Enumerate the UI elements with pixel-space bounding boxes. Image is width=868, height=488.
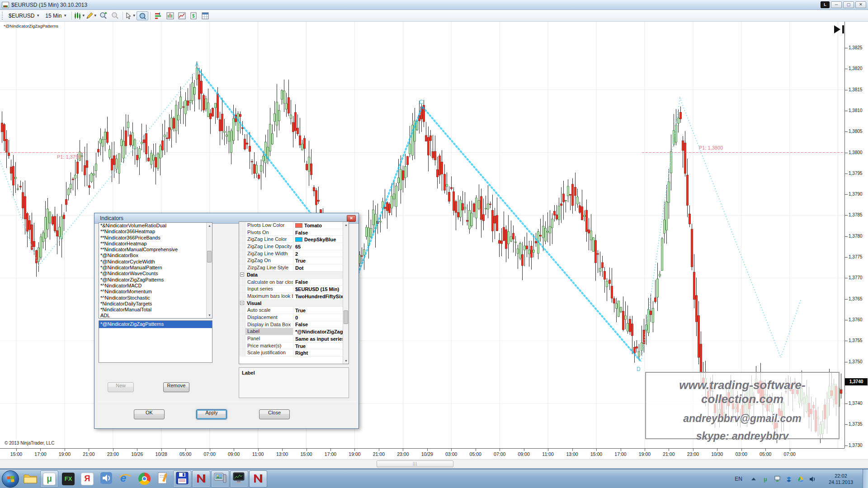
- taskbar-internet-explorer-button[interactable]: e: [116, 470, 134, 488]
- taskbar-utorrent-button[interactable]: µ: [40, 470, 58, 488]
- new-button[interactable]: New: [108, 382, 134, 392]
- scroll-down-icon[interactable]: ▼: [343, 358, 349, 364]
- property-row[interactable]: Label*@NindicatorZigZagPatterns: [239, 328, 349, 335]
- taskbar-image-viewer-button[interactable]: [211, 470, 229, 488]
- property-row[interactable]: ZigZag Line Width2: [239, 250, 349, 258]
- indicator-list-item[interactable]: *@NindicatorManualPattern: [99, 265, 212, 271]
- property-value[interactable]: 65: [293, 243, 349, 250]
- property-value[interactable]: *@NindicatorZigZagPatterns: [293, 328, 349, 335]
- taskbar-explorer-button[interactable]: [21, 470, 39, 488]
- scrollbar-thumb[interactable]: [207, 251, 212, 263]
- network-icon[interactable]: [774, 475, 781, 483]
- property-row[interactable]: Scale justificationRight: [239, 349, 349, 357]
- applied-indicator-item[interactable]: *@NindicatorZigZagPatterns: [99, 321, 212, 328]
- gdrive-icon[interactable]: [797, 475, 804, 483]
- taskbar-remote-monitor-button[interactable]: [230, 470, 248, 488]
- property-row[interactable]: Pivots Low ColorTomato: [239, 222, 349, 229]
- indicator-list-item[interactable]: *^NindicatorMACD: [99, 283, 212, 289]
- zoom-in-button[interactable]: [97, 11, 109, 20]
- scroll-up-icon[interactable]: ▲: [207, 223, 212, 229]
- property-value[interactable]: Dot: [293, 264, 349, 271]
- market-analyzer-button[interactable]: [152, 11, 164, 20]
- indicator-list-item[interactable]: **Nindicator366PriceBands: [99, 235, 212, 241]
- chart-horizontal-scrollbar[interactable]: [0, 459, 868, 468]
- go-to-last-bar-icon[interactable]: [833, 24, 849, 34]
- property-row[interactable]: Auto scaleTrue: [239, 307, 349, 314]
- property-value[interactable]: Same as input series: [293, 335, 349, 342]
- maximize-button[interactable]: ▢: [843, 1, 854, 8]
- close-window-button[interactable]: ✕: [855, 1, 866, 8]
- properties-scrollbar[interactable]: ▲ ▼: [343, 222, 349, 364]
- indicator-list-item[interactable]: **NindicatorHeatmap: [99, 241, 212, 247]
- property-row[interactable]: Pivots OnFalse: [239, 229, 349, 236]
- taskbar-ninjatrader-button[interactable]: [192, 470, 210, 488]
- collapse-icon[interactable]: −: [240, 301, 244, 305]
- property-grid[interactable]: Pivots Low ColorTomatoPivots OnFalseZigZ…: [239, 221, 349, 364]
- databox-button[interactable]: [137, 11, 148, 20]
- property-row[interactable]: Price marker(s)True: [239, 343, 349, 350]
- property-row[interactable]: Displacement0: [239, 314, 349, 321]
- property-value[interactable]: Right: [293, 349, 349, 356]
- scrollbar-thumb[interactable]: [344, 310, 348, 324]
- property-value[interactable]: Tomato: [293, 222, 349, 229]
- taskbar-ninjatrader-active-button[interactable]: [249, 470, 267, 488]
- property-row[interactable]: Display in Data BoxFalse: [239, 321, 349, 328]
- scroll-down-icon[interactable]: ▼: [207, 312, 212, 318]
- property-value[interactable]: 0: [293, 314, 349, 321]
- hidden-icons-arrow-icon[interactable]: [750, 475, 757, 483]
- language-indicator[interactable]: EN: [735, 476, 742, 482]
- utorrent-icon[interactable]: µ: [762, 475, 769, 483]
- indicator-list-item[interactable]: *&NindicatorVolumeRatioDual: [99, 223, 212, 229]
- interval-dropdown[interactable]: 15 Min ▼: [42, 12, 70, 20]
- taskbar-yandex-button[interactable]: Я: [78, 470, 96, 488]
- chart-window-button[interactable]: [164, 11, 176, 20]
- property-value[interactable]: False: [293, 279, 349, 286]
- property-value[interactable]: True: [293, 307, 349, 314]
- property-value[interactable]: True: [293, 257, 349, 264]
- list-scrollbar[interactable]: ▲ ▼: [206, 223, 212, 318]
- collapse-icon[interactable]: −: [240, 272, 244, 277]
- indicator-list-item[interactable]: *@NindicatorZigZagPatterns: [99, 277, 212, 283]
- clock[interactable]: 22:02 24.11.2013: [823, 473, 859, 485]
- property-value[interactable]: False: [293, 321, 349, 328]
- property-row[interactable]: PanelSame as input series: [239, 335, 349, 343]
- ok-button[interactable]: OK: [134, 409, 165, 419]
- property-section-row[interactable]: −Data: [239, 272, 349, 279]
- indicator-list-item[interactable]: *^NindicatorStochastic: [99, 295, 212, 301]
- remove-button[interactable]: Remove: [163, 382, 189, 392]
- indicator-list-item[interactable]: *^NindicatorMomentum: [99, 289, 212, 295]
- pointer-button[interactable]: ▼: [125, 11, 137, 20]
- indicator-list-item[interactable]: **Nindicator366Heatmap: [99, 229, 212, 235]
- property-row[interactable]: ZigZag Line Opacity65: [239, 243, 349, 250]
- indicator-listbox[interactable]: *&NindicatorVolumeRatioDual**Nindicator3…: [99, 222, 212, 319]
- taskbar-floppy-app-button[interactable]: [173, 470, 191, 488]
- indicator-list-item[interactable]: *@NindicatorBox: [99, 253, 212, 258]
- account-doc-button[interactable]: $: [188, 11, 199, 20]
- apply-button[interactable]: Apply: [196, 409, 227, 419]
- property-value[interactable]: $EURUSD (15 Min): [293, 286, 349, 292]
- close-button[interactable]: Close: [259, 409, 290, 419]
- scroll-up-icon[interactable]: ▲: [343, 222, 349, 228]
- indicator-list-item[interactable]: *@NindicatorWaveCounts: [99, 271, 212, 277]
- taskbar-chrome-button[interactable]: [135, 470, 153, 488]
- taskbar-fx-terminal-button[interactable]: FX: [59, 470, 77, 488]
- taskbar-notes-button[interactable]: [154, 470, 172, 488]
- drawing-tools-button[interactable]: ▼: [85, 11, 97, 20]
- hotlist-button[interactable]: [176, 11, 188, 20]
- zoom-out-button[interactable]: [109, 11, 121, 20]
- dialog-close-button[interactable]: ✕: [347, 215, 356, 222]
- dropbox-icon[interactable]: [785, 475, 793, 483]
- property-value[interactable]: TwoHundredFiftySix: [293, 293, 349, 300]
- property-value[interactable]: DeepSkyBlue: [293, 236, 349, 243]
- start-button[interactable]: [2, 470, 19, 488]
- property-row[interactable]: Maximum bars look backTwoHundredFiftySix: [239, 293, 349, 300]
- property-section-row[interactable]: −Visual: [239, 300, 349, 307]
- property-value[interactable]: 2: [293, 250, 349, 257]
- property-row[interactable]: ZigZag Line ColorDeepSkyBlue: [239, 236, 349, 243]
- show-desktop-button[interactable]: [863, 469, 868, 488]
- volume-icon[interactable]: [809, 475, 816, 483]
- indicator-list-item[interactable]: *@NindicatorCycleWidth: [99, 259, 212, 265]
- property-row[interactable]: Calculate on bar closeFalse: [239, 279, 349, 286]
- indicator-list-item[interactable]: *NindicatorDailyTargets: [99, 301, 212, 307]
- indicator-list-item[interactable]: **NindicatorManualComprehensive: [99, 247, 212, 253]
